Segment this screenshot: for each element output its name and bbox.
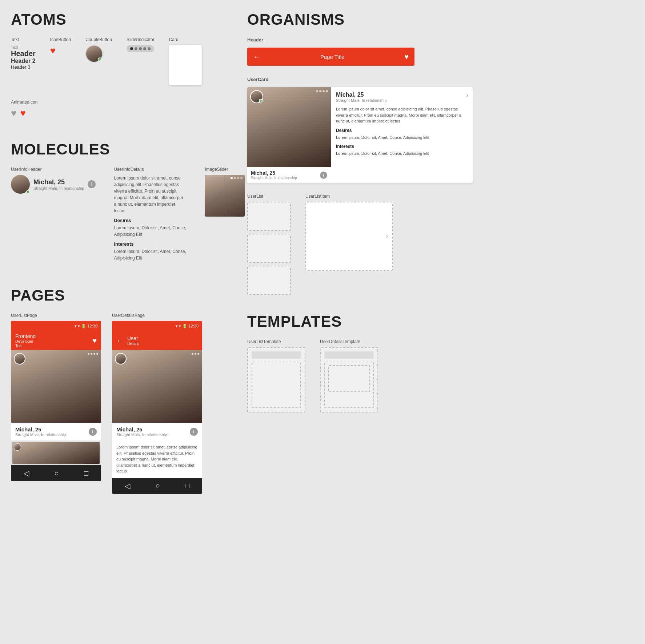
org-header-bar: ← Page Title ♥: [247, 48, 414, 66]
slider-dot-5: [148, 47, 151, 50]
org-header-page-title: Page Title: [260, 54, 404, 60]
nav-back-2[interactable]: ◁: [125, 482, 130, 490]
avatar-online-dot: [26, 190, 30, 194]
chevron-right-icon[interactable]: ›: [466, 92, 468, 99]
heart-icon-gray: ♥: [11, 108, 16, 119]
user-info-header-avatar-wrapper: [11, 175, 30, 194]
phone-header-heart-1[interactable]: ♥: [92, 337, 97, 345]
user-info-header-container: Michal, 25 Straight Male, In relationshi…: [11, 175, 96, 194]
user-list-org: [247, 202, 291, 295]
phone-card-image-2: [112, 350, 202, 423]
templates-row: UserListTemplate UserDetailsTemplate: [247, 339, 634, 412]
user-list-placeholder-1: [247, 202, 291, 231]
atom-slider-indicator: SliderIndicator: [127, 37, 155, 52]
phone-header-subtitle-1: DeveloperTest: [15, 339, 36, 348]
preview-avatar: [14, 443, 21, 451]
org-header-heart[interactable]: ♥: [404, 53, 409, 61]
org-header-section: Header ← Page Title ♥: [247, 37, 634, 66]
user-list-item-chevron[interactable]: ›: [386, 232, 388, 241]
org-two-col: UserList UserListItem ›: [247, 194, 634, 295]
nav-home-2[interactable]: ○: [155, 482, 160, 490]
user-card-bottom-text: Michal, 25 Straight Male, In relationshi…: [251, 170, 297, 180]
pages-title: PAGES: [11, 287, 225, 304]
phone-card-avatar-2: [115, 353, 127, 365]
phone-back-arrow-2[interactable]: ←: [116, 337, 124, 345]
user-card-avatar-small: [250, 90, 263, 103]
nav-square-1[interactable]: □: [84, 469, 88, 478]
pages-section: PAGES UserListPage ▾ ▾ 🔋 12:30 Frontend: [11, 287, 225, 494]
phone-header-text-2: User Details: [127, 335, 140, 346]
user-info-details: Lorem ipsum dolor sit amet, conse adipis…: [114, 175, 187, 261]
molecules-row: UserInfoHeader Michal, 25 Straight Male,…: [11, 167, 225, 265]
user-info-header-text: Michal, 25 Straight Male, In relationshi…: [33, 178, 84, 190]
phone-header-1: Frontend DeveloperTest ♥: [11, 331, 101, 350]
template-user-list: UserListTemplate: [247, 339, 305, 412]
user-details-phone: ▾ ▾ 🔋 12:30 ← User Details: [112, 321, 202, 494]
slider-dot-c: [237, 177, 239, 179]
template-inner-image: [328, 365, 370, 392]
online-dot: [98, 57, 102, 62]
atoms-section: ATOMS Text Text Header Header 2 Header 3…: [11, 11, 225, 119]
user-card-info-icon[interactable]: i: [320, 172, 327, 179]
phone-bottom-bar-2: ◁ ○ □: [112, 478, 202, 494]
atom-animated-icon-label: AnimatedIcon: [11, 100, 37, 105]
page-user-list: UserListPage ▾ ▾ 🔋 12:30 Frontend Develo…: [11, 313, 101, 481]
molecules-title: MOLECULES: [11, 141, 225, 158]
heart-icon-red[interactable]: ♥: [50, 45, 56, 56]
org-header-back-arrow[interactable]: ←: [253, 53, 260, 61]
user-card-avatar-dot: [259, 99, 263, 102]
couple-button[interactable]: [85, 45, 103, 63]
info-icon[interactable]: i: [88, 180, 96, 188]
molecule-user-info-details: UserInfoDetails Lorem ipsum dolor sit am…: [114, 167, 187, 265]
atom-couple-button-label: CoupleButton: [85, 37, 112, 42]
slider-dot-b: [234, 177, 236, 179]
slider-dot-3: [139, 47, 142, 50]
user-card-interests-body: Lorem ipsum, Dolor sit, Amet, Conse, Adi…: [336, 150, 468, 157]
text-header2: Header 2: [11, 58, 36, 64]
phone-card-image-1: [11, 350, 101, 423]
phone-detail-content: Lorem ipsum dolor sit amet, conse adipis…: [112, 440, 202, 478]
molecule-user-info-details-label: UserInfoDetails: [114, 167, 187, 172]
status-icons-1: ▾ ▾ 🔋 12:30: [75, 324, 97, 329]
user-info-details-body: Lorem ipsum dolor sit amet, conse adipis…: [114, 175, 187, 214]
atom-text-label: Text: [11, 37, 19, 42]
user-list-item-org: ›: [305, 202, 393, 271]
nav-home-1[interactable]: ○: [54, 469, 59, 478]
user-info-sub: Straight Male, In relationship: [33, 186, 84, 190]
user-card-bottom: Michal, 25 Straight Male, In relationshi…: [247, 167, 331, 183]
image-slider: [205, 175, 245, 217]
template-user-list-box: [247, 347, 305, 412]
phone-card-info-icon-1[interactable]: i: [89, 428, 97, 436]
org-user-list-item-section: UserListItem ›: [305, 194, 393, 271]
nav-square-2[interactable]: □: [185, 482, 189, 490]
nav-back-1[interactable]: ◁: [24, 469, 29, 478]
template-user-list-label: UserListTemplate: [247, 339, 305, 344]
atom-text: Text Text Header Header 2 Header 3: [11, 37, 36, 70]
phone-card-dots-1: [88, 353, 98, 355]
user-card-desires-body: Lorem ipsum, Dolor sit, Amet, Conse, Adi…: [336, 134, 468, 141]
atoms-row: Text Text Header Header 2 Header 3 IconB…: [11, 37, 225, 119]
pages-row: UserListPage ▾ ▾ 🔋 12:30 Frontend Develo…: [11, 313, 225, 494]
org-user-card-label: UserCard: [247, 77, 634, 82]
phone-header-1-text: Frontend DeveloperTest: [15, 333, 36, 348]
molecule-user-info-header-label: UserInfoHeader: [11, 167, 96, 172]
phone-header-back-2: ← User Details: [112, 331, 202, 350]
slider-dot-d: [240, 177, 243, 179]
phone-card-name-2: Michal, 25: [116, 426, 167, 432]
user-card-desires-title: Desires: [336, 128, 468, 133]
phone-card-dots-2: [192, 353, 199, 355]
slider-indicator: [127, 45, 154, 52]
page-user-details-label: UserDetailsPage: [112, 313, 202, 318]
org-user-list-item-label: UserListItem: [305, 194, 393, 199]
phone-card-info-icon-2[interactable]: i: [190, 428, 198, 436]
template-inner-1: [252, 362, 301, 408]
atom-animated-icon: AnimatedIcon ♥ ♥: [11, 100, 37, 119]
atom-couple-button: CoupleButton: [85, 37, 112, 63]
template-user-details-label: UserDetailsTemplate: [320, 339, 378, 344]
molecule-user-info-header: UserInfoHeader Michal, 25 Straight Male,…: [11, 167, 96, 194]
phone-card-name-1: Michal, 25: [15, 426, 66, 432]
interests-title: Interests: [114, 241, 187, 247]
text-header3: Header 3: [11, 64, 30, 70]
atom-icon-button: IconButton ♥: [50, 37, 71, 56]
user-card-right-body: Lorem ipsum dolor sit amet, conse adipis…: [336, 106, 468, 124]
